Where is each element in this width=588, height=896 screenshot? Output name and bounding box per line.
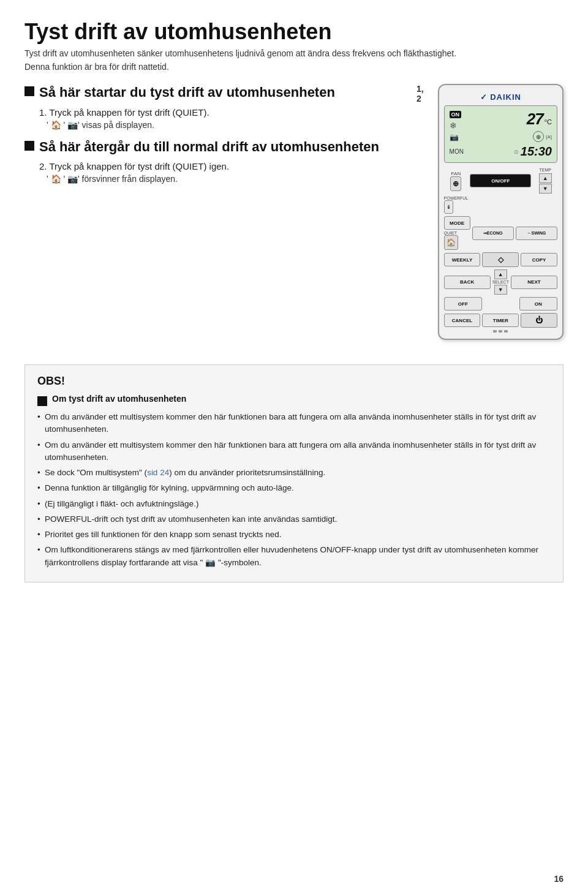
display-time: 15:30 xyxy=(521,145,552,159)
indicator-dot-2 xyxy=(499,330,502,333)
black-square-1 xyxy=(24,86,34,96)
page-number: 16 xyxy=(554,874,564,884)
back-row: BACK ▲ SELECT ▼ NEXT xyxy=(444,269,557,295)
display-bottom: MON ⊙ 15:30 xyxy=(450,145,552,159)
diamond-btn[interactable]: ◇ xyxy=(482,252,519,267)
label-12: 1, 2 xyxy=(417,84,431,104)
obs-bullet-8: Om luftkonditionerarens stängs av med fj… xyxy=(37,544,551,569)
indicator-dot-1 xyxy=(493,330,497,333)
cancel-btn[interactable]: CANCEL xyxy=(444,314,481,327)
section1-title: Så här startar du tyst drift av utomhuse… xyxy=(39,84,335,101)
copy-btn[interactable]: COPY xyxy=(521,253,557,266)
obs-bullet-6: POWERFUL-drift och tyst drift av utomhus… xyxy=(37,513,551,525)
powerful-btn[interactable]: ⇓ xyxy=(444,200,453,214)
black-square-obs xyxy=(37,396,47,406)
quiet-icon-2: 🏠 xyxy=(51,174,61,184)
mode-btn[interactable]: MODE xyxy=(444,216,470,230)
subtitle-text: Tyst drift av utomhusenheten sänker utom… xyxy=(24,48,564,58)
next-btn[interactable]: NEXT xyxy=(511,276,557,289)
remote-display: ON ❄ 📷 27 °C ⊕ xyxy=(444,105,557,163)
intro-text: Denna funktion är bra för drift nattetid… xyxy=(24,62,564,72)
obs-bullets: Om du använder ett multisystem kommer de… xyxy=(37,411,551,569)
quiet-icon-1: 🏠 xyxy=(51,120,61,130)
swing-btn[interactable]: ↔ SWING xyxy=(516,227,557,240)
section2-bullet1: 🏠 ' 📷' försvinner från displayen. xyxy=(47,174,404,184)
indicator-dot-3 xyxy=(504,330,508,333)
quiet-label: QUIET xyxy=(444,231,457,235)
obs-bullet-1: Om du använder ett multisystem kommer de… xyxy=(37,411,551,436)
page-container: Tyst drift av utomhusenheten Tyst drift … xyxy=(0,0,588,607)
section2-step1: 2. Tryck på knappen för tyst drift (QUIE… xyxy=(39,161,404,171)
obs-header: Om tyst drift av utomhusenheten xyxy=(37,394,551,406)
cancel-row: CANCEL TIMER ⏻ xyxy=(444,313,557,328)
select-label: SELECT xyxy=(492,280,509,284)
section2-header: Så här återgår du till normal drift av u… xyxy=(24,138,404,156)
obs-link[interactable]: sid 24 xyxy=(147,468,169,477)
right-content: 1, 2 DAIKIN ON ❄ 📷 xyxy=(417,84,564,340)
select-up-btn[interactable]: ▲ xyxy=(494,269,507,279)
display-top: ON ❄ 📷 27 °C ⊕ xyxy=(450,110,552,142)
on-off-btn[interactable]: ON/OFF xyxy=(470,174,531,187)
content-area: Så här startar du tyst drift av utomhuse… xyxy=(24,84,564,340)
obs-section: OBS! Om tyst drift av utomhusenheten Om … xyxy=(24,364,564,582)
remote-brand: DAIKIN xyxy=(444,91,557,102)
weekly-btn[interactable]: WEEKLY xyxy=(444,253,481,266)
section1-step1: 1. Tryck på knappen för tyst drift (QUIE… xyxy=(39,107,404,118)
section1-bullet1: 🏠 ' 📷' visas på displayen. xyxy=(47,120,404,130)
temp-down-btn[interactable]: ▼ xyxy=(539,184,552,194)
mode-econo-row: MODE QUIET 🏠 ⇒ ECONO xyxy=(444,216,557,250)
display-fan-icon: ⊕ xyxy=(533,131,544,142)
obs-section-title: Om tyst drift av utomhusenheten xyxy=(52,394,186,404)
power-icon-btn[interactable]: ⏻ xyxy=(521,313,557,328)
select-down-btn[interactable]: ▼ xyxy=(494,285,507,295)
main-title: Tyst drift av utomhusenheten xyxy=(24,18,564,45)
display-on-label: ON xyxy=(450,111,462,118)
timer-btn[interactable]: TIMER xyxy=(482,314,519,327)
back-btn[interactable]: BACK xyxy=(444,276,491,289)
quiet-btn[interactable]: 🏠 xyxy=(444,235,458,250)
remote-control: DAIKIN ON ❄ 📷 27 xyxy=(438,84,564,340)
daikin-logo: DAIKIN xyxy=(480,92,521,102)
label-area: 1, 2 xyxy=(417,84,438,275)
weekly-row: WEEKLY ◇ COPY xyxy=(444,252,557,267)
black-square-2 xyxy=(24,141,34,151)
obs-bullet-2: Om du använder ett multisystem kommer de… xyxy=(37,439,551,464)
section1-header: Så här startar du tyst drift av utomhuse… xyxy=(24,84,404,101)
snowflake-icon: ❄ xyxy=(450,121,462,130)
fan-btn[interactable]: ⊕ xyxy=(450,176,461,191)
temp-section: TEMP ▲ ▼ xyxy=(533,168,557,194)
temp-label: TEMP xyxy=(540,168,551,172)
off-btn[interactable]: OFF xyxy=(444,297,482,311)
swing-icon: ↔ xyxy=(527,231,532,235)
obs-bullet-7: Prioritet ges till funktionen för den kn… xyxy=(37,529,551,541)
obs-title: OBS! xyxy=(37,375,551,388)
temp-up-btn[interactable]: ▲ xyxy=(539,173,552,183)
econo-btn[interactable]: ⇒ ECONO xyxy=(472,227,514,240)
left-content: Så här startar du tyst drift av utomhuse… xyxy=(24,84,404,340)
display-temp: 27 xyxy=(527,110,543,129)
fan-row: FAN ⊕ ON/OFF TEMP ▲ ▼ xyxy=(444,168,557,194)
obs-bullet-3: Se dock "Om multisystem" (sid 24) om du … xyxy=(37,467,551,479)
remote-wrapper: 1, 2 DAIKIN ON ❄ 📷 xyxy=(417,84,564,340)
fan-label: FAN xyxy=(451,171,461,176)
on-btn[interactable]: ON xyxy=(519,297,557,311)
off-on-row: OFF ON xyxy=(444,297,557,311)
display-unit: °C xyxy=(545,118,552,126)
powerful-label: POWERFUL xyxy=(444,196,469,200)
obs-bullet-4: Denna funktion är tillgänglig för kylnin… xyxy=(37,482,551,494)
up-down-group: ▲ ▼ xyxy=(539,173,552,194)
display-mon: MON xyxy=(450,148,464,155)
powerful-row: POWERFUL ⇓ xyxy=(444,196,557,214)
camera-icon: 📷 xyxy=(450,133,462,141)
obs-bullet-5: (Ej tillgängligt i fläkt- och avfuktning… xyxy=(37,498,551,510)
remote-buttons: FAN ⊕ ON/OFF TEMP ▲ ▼ xyxy=(444,168,557,333)
section2-title: Så här återgår du till normal drift av u… xyxy=(39,138,379,156)
indicator-row xyxy=(444,330,557,333)
